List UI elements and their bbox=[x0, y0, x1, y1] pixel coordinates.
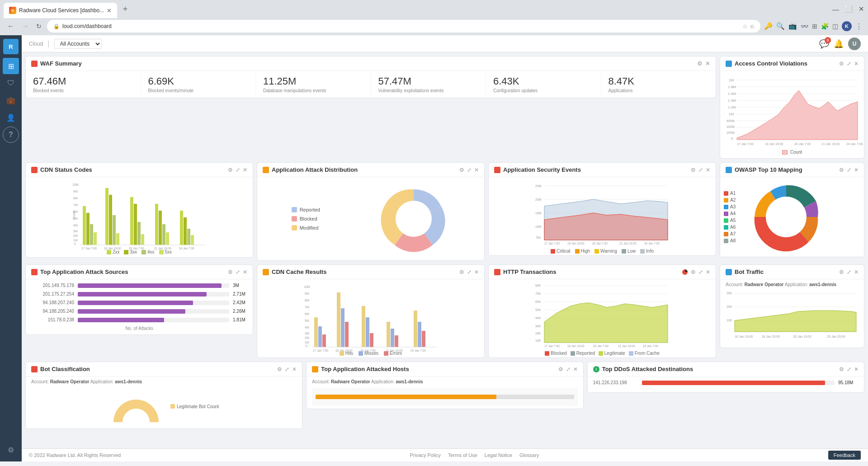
top-hosts-close-icon[interactable]: ✕ bbox=[573, 366, 578, 372]
svg-text:10M: 10M bbox=[72, 183, 79, 186]
bot-class-expand-icon[interactable]: ⤢ bbox=[285, 366, 289, 372]
svg-text:3M: 3M bbox=[305, 332, 309, 335]
http-expand-icon[interactable]: ⤢ bbox=[698, 269, 703, 275]
access-close-icon[interactable]: ✕ bbox=[854, 61, 859, 67]
bot-traffic-expand-icon[interactable]: ⤢ bbox=[847, 269, 851, 275]
http-close-icon[interactable]: ✕ bbox=[706, 269, 710, 275]
svg-text:20K: 20K bbox=[726, 305, 732, 308]
sidebar-item-security[interactable]: 🛡 bbox=[3, 75, 19, 91]
waf-stat-2: 11.25M Database manipulations events bbox=[256, 71, 371, 98]
http-settings-icon[interactable]: ⚙ bbox=[691, 269, 696, 275]
ddos-row-0: 141.226.233.198 95.18M bbox=[593, 380, 859, 385]
legal-link[interactable]: Legal Notice bbox=[485, 452, 512, 458]
bot-traffic-close-icon[interactable]: ✕ bbox=[854, 269, 859, 275]
new-tab-button[interactable]: + bbox=[119, 3, 132, 15]
waf-stat-5: 8.47K Applications bbox=[601, 71, 716, 98]
access-control-panel: Access Control Violations ⚙ ⤢ ✕ 2M 1.8M … bbox=[720, 56, 864, 159]
nav-reload[interactable]: ↻ bbox=[34, 22, 43, 31]
legend-reported-label: Reported bbox=[300, 207, 320, 212]
address-bar[interactable]: 🔒 loud.com/dashboard ☆ ⎋ bbox=[47, 20, 760, 33]
bot-traffic-settings-icon[interactable]: ⚙ bbox=[839, 269, 844, 275]
cast-icon[interactable]: 📺 bbox=[788, 22, 797, 30]
bot-class-settings-icon[interactable]: ⚙ bbox=[277, 366, 282, 372]
waf-settings-icon[interactable]: ⚙ bbox=[697, 60, 703, 67]
nav-forward[interactable]: → bbox=[20, 21, 31, 31]
app-sec-close-icon[interactable]: ✕ bbox=[706, 167, 710, 173]
profile-icon[interactable]: K bbox=[842, 21, 852, 31]
user-avatar[interactable]: U bbox=[848, 38, 861, 50]
top-attack-close-icon[interactable]: ✕ bbox=[243, 269, 247, 275]
star-icon[interactable]: ☆ bbox=[742, 23, 748, 30]
apps-icon[interactable]: ⊞ bbox=[812, 23, 817, 30]
browser-tab-active[interactable]: R Radware Cloud Services [dashbo... ✕ bbox=[4, 3, 117, 18]
cdn-cache-expand-icon[interactable]: ⤢ bbox=[467, 269, 472, 275]
bot-class-close-icon[interactable]: ✕ bbox=[292, 366, 297, 372]
attack-close-icon[interactable]: ✕ bbox=[474, 167, 479, 173]
notification-messages[interactable]: 💬 9 bbox=[819, 39, 829, 49]
svg-text:17 Jan 7:00: 17 Jan 7:00 bbox=[544, 344, 560, 348]
nav-back[interactable]: ← bbox=[5, 21, 16, 31]
cdn-close-icon[interactable]: ✕ bbox=[243, 167, 247, 173]
sidebar-item-users[interactable]: 👤 bbox=[3, 109, 19, 126]
svg-text:30K: 30K bbox=[535, 325, 541, 328]
sidebar-item-services[interactable]: 💼 bbox=[3, 92, 19, 108]
terms-link[interactable]: Terms of Use bbox=[448, 452, 477, 458]
menu-icon[interactable]: ⋮ bbox=[855, 22, 863, 31]
sidebar-toggle[interactable]: ◫ bbox=[832, 23, 838, 30]
notification-bell[interactable]: 🔔 bbox=[834, 39, 844, 49]
privacy-policy-link[interactable]: Privacy Policy bbox=[410, 452, 441, 458]
account-selector[interactable]: All Accounts bbox=[54, 39, 102, 49]
maximize-icon[interactable]: ⬜ bbox=[844, 5, 853, 13]
cdn-cache-close-icon[interactable]: ✕ bbox=[474, 269, 479, 275]
access-settings-icon[interactable]: ⚙ bbox=[839, 61, 844, 67]
waf-close-icon[interactable]: ✕ bbox=[705, 60, 710, 67]
extensions-icon[interactable]: 🧩 bbox=[821, 23, 829, 30]
sidebar-item-help[interactable]: ? bbox=[3, 127, 19, 143]
svg-text:10K: 10K bbox=[535, 339, 541, 342]
top-ddos-close-icon[interactable]: ✕ bbox=[854, 366, 859, 372]
feedback-button[interactable]: Feedback bbox=[828, 451, 861, 460]
top-hosts-expand-icon[interactable]: ⤢ bbox=[566, 366, 571, 372]
app-sec-settings-icon[interactable]: ⚙ bbox=[691, 167, 696, 173]
minimize-icon[interactable]: — bbox=[832, 5, 839, 13]
access-expand-icon[interactable]: ⤢ bbox=[847, 61, 851, 67]
glossary-link[interactable]: Glossary bbox=[519, 452, 539, 458]
svg-text:25M: 25M bbox=[535, 184, 542, 188]
glasses-icon[interactable]: 👓 bbox=[801, 23, 808, 30]
cdn-bar-chart: 10M 9M 8M 7M 6M 5M 4M 3M 2M 1M 0 bbox=[29, 179, 249, 247]
top-attack-sources-panel: Top Application Attack Sources ⚙ ⤢ ✕ 201… bbox=[25, 264, 253, 335]
cdn-chart-body: 10M 9M 8M 7M 6M 5M 4M 3M 2M 1M 0 bbox=[26, 177, 253, 257]
cdn-cache-settings-icon[interactable]: ⚙ bbox=[459, 269, 464, 275]
sidebar-item-dashboard[interactable]: ⊞ bbox=[3, 58, 19, 74]
owasp-body: A1 A2 A3 A4 A5 A6 A7 A8 bbox=[720, 177, 864, 257]
attack-expand-icon[interactable]: ⤢ bbox=[467, 167, 472, 173]
tab-close-icon[interactable]: ✕ bbox=[107, 7, 112, 14]
top-attack-expand-icon[interactable]: ⤢ bbox=[236, 269, 240, 275]
app-sec-expand-icon[interactable]: ⤢ bbox=[698, 167, 703, 173]
attack-settings-icon[interactable]: ⚙ bbox=[459, 167, 464, 173]
top-attack-settings-icon[interactable]: ⚙ bbox=[228, 269, 233, 275]
key-icon[interactable]: 🔑 bbox=[764, 22, 773, 30]
cdn-settings-icon[interactable]: ⚙ bbox=[228, 167, 233, 173]
svg-text:18 Jan 19:00: 18 Jan 19:00 bbox=[567, 344, 585, 348]
share-icon[interactable]: ⎋ bbox=[750, 23, 754, 30]
search-icon[interactable]: 🔍 bbox=[776, 22, 785, 30]
stat-label-2: Database manipulations events bbox=[263, 88, 363, 93]
top-hosts-settings-icon[interactable]: ⚙ bbox=[558, 366, 563, 372]
sidebar-settings[interactable]: ⚙ bbox=[3, 442, 19, 458]
bot-traffic-panel: Bot Traffic ⚙ ⤢ ✕ Account: Radware Opera… bbox=[720, 264, 864, 348]
owasp-close-icon[interactable]: ✕ bbox=[854, 167, 859, 173]
svg-text:1M: 1M bbox=[305, 341, 309, 344]
top-hosts-icon bbox=[312, 366, 318, 372]
top-ddos-expand-icon[interactable]: ⤢ bbox=[847, 366, 851, 372]
app-security-panel: Application Security Events ⚙ ⤢ ✕ 25M 20… bbox=[488, 162, 716, 256]
svg-rect-55 bbox=[187, 229, 190, 245]
top-ddos-settings-icon[interactable]: ⚙ bbox=[839, 366, 844, 372]
waf-panel-header: WAF Summary ⚙ ✕ bbox=[26, 56, 716, 71]
waf-stat-1: 6.69K Blocked events/minute bbox=[141, 71, 256, 98]
cdn-expand-icon[interactable]: ⤢ bbox=[236, 167, 240, 173]
owasp-settings-icon[interactable]: ⚙ bbox=[839, 167, 844, 173]
close-icon[interactable]: ✕ bbox=[859, 5, 864, 13]
bot-traffic-header: Bot Traffic ⚙ ⤢ ✕ bbox=[720, 265, 864, 279]
owasp-expand-icon[interactable]: ⤢ bbox=[847, 167, 851, 173]
